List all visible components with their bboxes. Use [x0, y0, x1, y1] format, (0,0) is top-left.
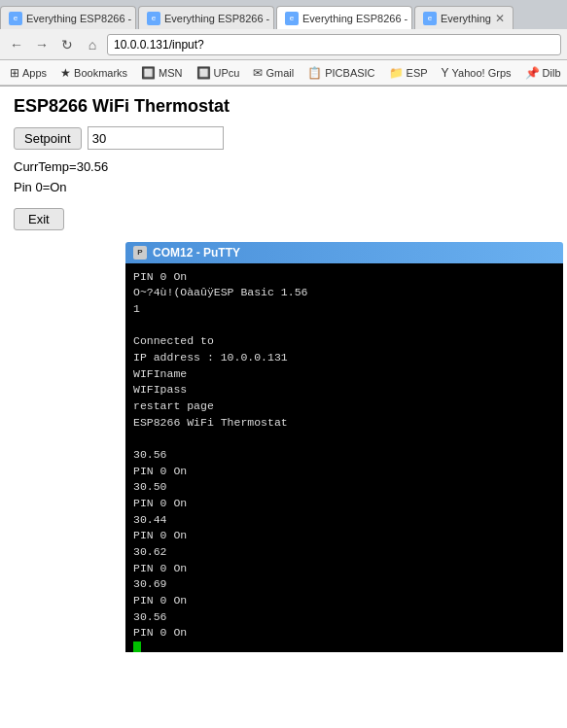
putty-icon: P [133, 246, 147, 260]
putty-line-4 [133, 318, 555, 334]
putty-line-16: 30.44 [133, 512, 555, 529]
bookmark-msn[interactable]: 🔲 MSN [135, 64, 188, 82]
bookmark-apps[interactable]: ⊞ Apps [4, 64, 53, 82]
bookmark-bookmarks[interactable]: ★ Bookmarks [54, 64, 133, 82]
upcu-icon: 🔲 [196, 66, 211, 80]
bookmark-msn-label: MSN [159, 67, 182, 79]
bookmark-picbasic[interactable]: 📋 PICBASIC [301, 64, 380, 82]
putty-titlebar: P COM12 - PuTTY [125, 242, 563, 263]
picbasic-icon: 📋 [307, 66, 322, 80]
putty-line-19: PIN 0 On [133, 561, 555, 577]
dilb-icon: 📌 [525, 66, 540, 80]
putty-line-20: 30.69 [133, 576, 555, 593]
putty-line-2: O~?4ù!(OàaûÿESP Basic 1.56 [133, 285, 555, 301]
terminal-cursor [133, 641, 141, 652]
bookmark-gmail-label: Gmail [266, 67, 294, 79]
apps-icon: ⊞ [10, 66, 19, 80]
back-button[interactable]: ← [6, 34, 27, 55]
bookmark-yahoo[interactable]: Y Yahoo! Grps [436, 64, 517, 82]
putty-line-21: PIN 0 On [133, 593, 555, 609]
putty-line-5: Connected to [133, 333, 555, 350]
bookmark-gmail[interactable]: ✉ Gmail [247, 64, 300, 82]
page-title: ESP8266 WiFi Thermostat [14, 96, 553, 117]
bookmark-dilb-label: Dilb [543, 67, 561, 79]
tab-3[interactable]: e Everything ESP8266 - ✕ [276, 6, 412, 29]
putty-line-8: WIFIpass [133, 382, 555, 399]
refresh-button[interactable]: ↻ [56, 34, 78, 55]
esp-icon: 📁 [389, 66, 404, 80]
tab-4-label: Everything [441, 13, 491, 24]
pin-status: Pin 0=On [14, 178, 553, 198]
bookmark-dilb[interactable]: 📌 Dilb [519, 64, 567, 82]
tab-1-icon: e [9, 12, 22, 25]
putty-line-6: IP address : 10.0.0.131 [133, 350, 555, 366]
gmail-icon: ✉ [253, 66, 263, 80]
msn-icon: 🔲 [141, 66, 156, 80]
setpoint-button[interactable]: Setpoint [14, 127, 82, 150]
tab-3-label: Everything ESP8266 - [302, 13, 408, 24]
bookmarks-bar: ⊞ Apps ★ Bookmarks 🔲 MSN 🔲 UPcu ✉ Gmail … [0, 60, 567, 86]
putty-line-9: restart page [133, 399, 555, 415]
bookmark-upcu-label: UPcu [214, 67, 240, 79]
tab-2-close[interactable]: ✕ [273, 12, 274, 25]
exit-button[interactable]: Exit [14, 208, 64, 230]
tab-1-close[interactable]: ✕ [135, 12, 136, 25]
putty-line-15: PIN 0 On [133, 496, 555, 512]
bookmark-esp[interactable]: 📁 ESP [383, 64, 434, 82]
page-content: ESP8266 WiFi Thermostat Setpoint CurrTem… [0, 87, 567, 662]
tab-4-icon: e [423, 12, 437, 25]
tab-3-close[interactable]: ✕ [411, 12, 412, 25]
putty-line-1: PIN 0 On [133, 269, 555, 286]
putty-container: P COM12 - PuTTY PIN 0 On O~?4ù!(OàaûÿESP… [125, 242, 563, 652]
tab-4-close[interactable]: ✕ [495, 12, 505, 25]
putty-line-17: PIN 0 On [133, 528, 555, 544]
putty-line-3: 1 [133, 301, 555, 318]
setpoint-input[interactable] [88, 126, 224, 150]
putty-line-7: WIFIname [133, 366, 555, 383]
putty-cursor-line [133, 641, 555, 652]
setpoint-row: Setpoint [14, 126, 553, 150]
tab-3-icon: e [285, 12, 299, 25]
browser-chrome: e Everything ESP8266 - ✕ e Everything ES… [0, 0, 567, 87]
tab-2-label: Everything ESP8266 - [164, 13, 269, 24]
tab-2-icon: e [147, 12, 160, 25]
yahoo-icon: Y [442, 66, 449, 80]
address-bar[interactable] [107, 34, 561, 55]
putty-line-13: PIN 0 On [133, 464, 555, 480]
star-icon: ★ [60, 66, 71, 80]
putty-line-11 [133, 431, 555, 447]
putty-line-10: ESP8266 WiFi Thermostat [133, 415, 555, 432]
tab-bar: e Everything ESP8266 - ✕ e Everything ES… [0, 0, 567, 29]
tab-1[interactable]: e Everything ESP8266 - ✕ [0, 6, 136, 29]
bookmark-upcu[interactable]: 🔲 UPcu [191, 64, 246, 82]
tab-4[interactable]: e Everything ✕ [414, 6, 514, 29]
home-button[interactable]: ⌂ [82, 34, 103, 55]
bookmark-esp-label: ESP [407, 67, 428, 79]
forward-button[interactable]: → [31, 34, 53, 55]
bookmark-yahoo-label: Yahoo! Grps [452, 67, 512, 79]
putty-title: COM12 - PuTTY [153, 246, 240, 260]
nav-bar: ← → ↻ ⌂ [0, 29, 567, 60]
tab-1-label: Everything ESP8266 - [26, 13, 131, 24]
bookmark-apps-label: Apps [22, 67, 47, 79]
putty-line-23: PIN 0 On [133, 625, 555, 641]
curr-temp: CurrTemp=30.56 [14, 157, 553, 178]
putty-line-12: 30.56 [133, 447, 555, 464]
tab-2[interactable]: e Everything ESP8266 - ✕ [138, 6, 274, 29]
putty-line-14: 30.50 [133, 479, 555, 496]
putty-line-18: 30.62 [133, 544, 555, 561]
bookmark-bookmarks-label: Bookmarks [74, 67, 127, 79]
bookmark-picbasic-label: PICBASIC [325, 67, 374, 79]
putty-terminal[interactable]: PIN 0 On O~?4ù!(OàaûÿESP Basic 1.56 1 Co… [125, 263, 563, 652]
putty-line-22: 30.56 [133, 609, 555, 626]
